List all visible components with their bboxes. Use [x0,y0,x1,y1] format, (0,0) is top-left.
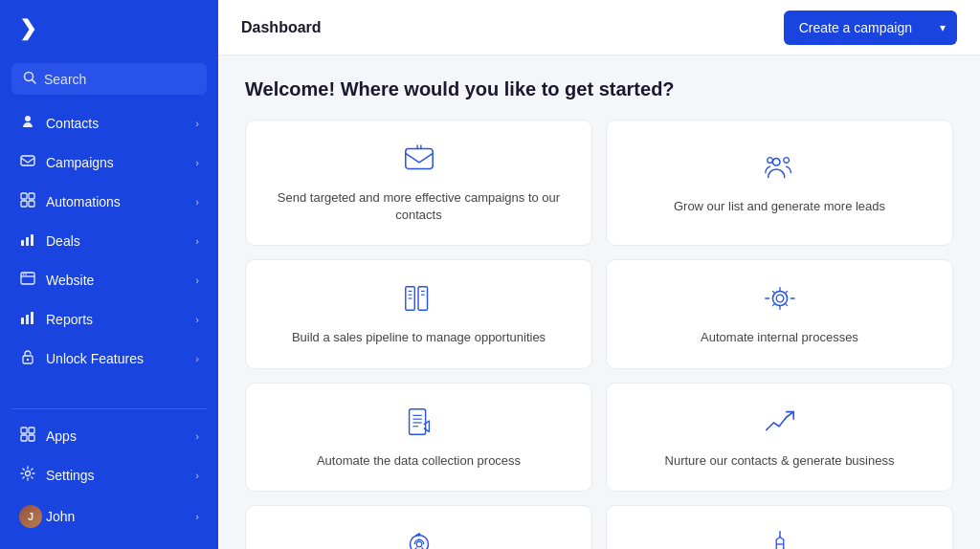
svg-rect-4 [29,193,34,199]
main-content: Dashboard Create a campaign ▾ Welcome! W… [218,0,980,549]
user-avatar: J [19,505,36,528]
svg-point-18 [27,359,29,361]
sidebar-item-automations[interactable]: Automations › [8,183,211,220]
card-automate-icon [763,281,797,319]
sidebar-item-settings[interactable]: Settings › [8,456,211,494]
create-campaign-arrow-icon[interactable]: ▾ [928,11,957,44]
reports-arrow-icon: › [195,314,199,325]
svg-rect-14 [21,318,24,324]
card-pipeline-text: Build a sales pipeline to manage opportu… [292,329,546,346]
deals-icon [19,231,36,250]
create-campaign-button[interactable]: Create a campaign ▾ [784,11,957,45]
search-bar[interactable]: Search [11,63,207,95]
card-campaigns-icon [402,142,436,180]
svg-point-36 [776,296,784,303]
sidebar-item-apps-label: Apps [46,428,186,444]
svg-point-27 [767,158,772,164]
sidebar-item-automations-label: Automations [46,194,186,209]
topbar: Dashboard Create a campaign ▾ [218,0,980,55]
card-gather[interactable]: Gather better data from our contacts [606,505,953,549]
sidebar-item-reports-label: Reports [46,312,186,327]
card-campaigns[interactable]: Send targeted and more effective campaig… [245,120,592,246]
contacts-icon [19,114,36,132]
sidebar-item-deals-label: Deals [46,233,186,249]
card-data-icon [402,405,436,443]
svg-rect-37 [409,408,425,434]
card-convert[interactable]: Convert current leads into customers [245,505,592,549]
sidebar-item-settings-label: Settings [46,468,186,483]
contacts-arrow-icon: › [195,118,199,129]
settings-arrow-icon: › [195,470,199,481]
svg-line-47 [776,537,780,539]
deals-arrow-icon: › [195,235,199,247]
svg-point-13 [25,274,27,275]
svg-point-12 [23,274,25,275]
dashboard-content: Welcome! Where would you like to get sta… [218,55,980,549]
welcome-heading: Welcome! Where would you like to get sta… [245,78,953,100]
nav-items: Contacts › Campaigns › Automations › [0,104,218,401]
campaigns-arrow-icon: › [195,157,199,168]
svg-rect-5 [21,201,27,207]
card-automate[interactable]: Automate internal processes [606,259,953,368]
create-campaign-label: Create a campaign [784,11,927,45]
sidebar-item-contacts-label: Contacts [46,116,186,131]
svg-rect-2 [21,156,34,165]
card-leads-icon [763,150,797,188]
svg-rect-22 [29,435,34,441]
svg-point-43 [416,541,422,547]
user-arrow-icon: › [195,511,199,522]
sidebar-bottom: Apps › Settings › J John › [0,417,218,549]
card-campaigns-text: Send targeted and more effective campaig… [269,189,568,224]
card-nurture-text: Nurture our contacts & generate business [665,452,895,470]
reports-icon [19,310,36,328]
card-leads-text: Grow our list and generate more leads [674,198,885,215]
svg-rect-20 [29,428,34,433]
svg-rect-16 [31,312,33,324]
sidebar-item-campaigns[interactable]: Campaigns › [8,143,211,181]
logo-chevron-icon: ❯ [19,16,36,41]
card-automate-text: Automate internal processes [701,329,858,346]
search-label: Search [44,72,86,87]
sidebar-logo[interactable]: ❯ [0,0,218,57]
card-nurture-icon [763,405,797,443]
card-gather-icon [763,527,797,549]
svg-line-48 [780,537,784,539]
card-pipeline[interactable]: Build a sales pipeline to manage opportu… [245,259,592,368]
sidebar-divider [11,408,207,409]
card-leads[interactable]: Grow our list and generate more leads [606,120,953,246]
svg-rect-21 [21,435,27,441]
svg-line-1 [33,80,36,84]
search-icon [23,71,36,87]
sidebar-item-deals[interactable]: Deals › [8,222,211,259]
sidebar-item-user-label: John [46,509,186,524]
unlock-icon [19,349,36,367]
card-data-text: Automate the data collection process [317,452,521,470]
card-convert-icon [402,527,436,549]
cards-grid: Send targeted and more effective campaig… [245,120,953,549]
card-pipeline-icon [402,281,436,319]
sidebar-item-website[interactable]: Website › [8,261,211,298]
card-data[interactable]: Automate the data collection process [245,383,592,492]
campaigns-icon [19,153,36,171]
svg-rect-9 [31,234,33,246]
svg-rect-3 [21,193,27,199]
website-icon [19,271,36,289]
unlock-arrow-icon: › [195,353,199,364]
sidebar-item-reports[interactable]: Reports › [8,300,211,338]
website-arrow-icon: › [195,274,199,286]
sidebar-item-apps[interactable]: Apps › [8,417,211,454]
sidebar-item-user[interactable]: J John › [8,495,211,538]
card-nurture[interactable]: Nurture our contacts & generate business [606,383,953,492]
svg-point-25 [772,159,780,166]
svg-rect-8 [26,237,29,246]
sidebar-item-unlock[interactable]: Unlock Features › [8,340,211,377]
automations-arrow-icon: › [195,196,199,208]
svg-rect-24 [405,149,432,169]
svg-rect-7 [21,240,24,246]
sidebar-item-website-label: Website [46,273,186,288]
sidebar: ❯ Search Contacts › Campaigns › [0,0,218,549]
automations-icon [19,192,36,210]
sidebar-item-contacts[interactable]: Contacts › [8,104,211,142]
svg-rect-15 [26,315,29,324]
page-title: Dashboard [241,19,322,36]
